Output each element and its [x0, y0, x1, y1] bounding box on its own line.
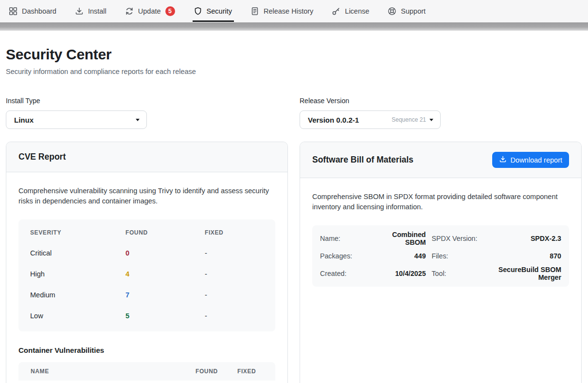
table-row: Created: 10/4/2025 Tool: SecureBuild SBO…	[320, 265, 561, 282]
container-table-header: NAME FOUND FIXED	[18, 362, 275, 381]
info-value: Combined SBOM	[374, 231, 426, 246]
sbom-card-body: Comprehensive SBOM in SPDX format provid…	[300, 178, 581, 299]
cve-card-header: CVE Report	[6, 142, 287, 172]
nav-item-install[interactable]: Install	[75, 0, 107, 22]
name-column-header: NAME	[31, 368, 196, 375]
nav-item-label: Support	[401, 7, 426, 15]
sbom-card-title: Software Bill of Materials	[312, 155, 413, 165]
table-row: Packages: 449 Files: 870	[320, 247, 561, 265]
top-navigation: Dashboard Install Update 5 Security Rele…	[0, 0, 588, 22]
install-type-label: Install Type	[6, 97, 288, 105]
fixed-count: -	[205, 270, 264, 278]
nav-item-security[interactable]: Security	[194, 0, 232, 22]
nav-item-license[interactable]: License	[332, 0, 369, 22]
shield-icon	[194, 7, 202, 16]
header-shadow-strip	[0, 22, 588, 31]
fixed-count: -	[205, 291, 264, 299]
info-value: 449	[374, 252, 426, 260]
chevron-down-icon	[429, 119, 433, 121]
refresh-icon	[125, 7, 134, 16]
release-sequence-label: Sequence 21	[392, 116, 426, 123]
container-vulnerabilities-title: Container Vulnerabilities	[18, 346, 275, 354]
main-content: Security Center Security information and…	[0, 46, 588, 383]
download-report-label: Download report	[511, 156, 562, 164]
severity-column-header: SEVERITY	[30, 229, 125, 236]
filters-row: Install Type Linux Release Version Versi…	[6, 97, 582, 129]
info-label: Name:	[320, 235, 369, 242]
report-cards: CVE Report Comprehensive vulnerability s…	[6, 142, 582, 383]
update-count-badge: 5	[165, 6, 175, 16]
info-label: Files:	[432, 252, 486, 260]
severity-label: Medium	[30, 291, 125, 299]
container-vulnerabilities-table: NAME FOUND FIXED	[18, 362, 275, 381]
severity-table: SEVERITY FOUND FIXED Critical 0 - High 4…	[18, 219, 275, 331]
severity-table-header: SEVERITY FOUND FIXED	[30, 229, 264, 236]
cve-card-title: CVE Report	[18, 152, 66, 162]
cve-description: Comprehensive vulnerability scanning usi…	[18, 186, 275, 207]
download-icon	[499, 155, 507, 164]
found-count: 4	[125, 270, 205, 278]
document-icon	[250, 7, 259, 16]
page-title: Security Center	[6, 46, 582, 63]
nav-item-label: Release History	[264, 7, 313, 15]
install-type-field: Install Type Linux	[6, 97, 288, 129]
info-value: SPDX-2.3	[492, 235, 561, 242]
info-value: SecureBuild SBOM Merger	[492, 266, 561, 281]
table-row: Low 5 -	[30, 312, 264, 320]
nav-item-label: Install	[88, 7, 107, 15]
dashboard-grid-icon	[9, 7, 18, 16]
download-report-button[interactable]: Download report	[492, 152, 569, 168]
nav-item-label: Security	[207, 7, 232, 15]
found-count: 0	[125, 249, 205, 257]
sbom-card-header: Software Bill of Materials Download repo…	[300, 142, 581, 178]
sbom-description: Comprehensive SBOM in SPDX format provid…	[312, 192, 569, 213]
info-value: 870	[492, 252, 561, 260]
release-version-select[interactable]: Version 0.0.2-1 Sequence 21	[300, 110, 441, 129]
fixed-column-header: FIXED	[237, 368, 267, 375]
info-label: SPDX Version:	[432, 235, 486, 242]
chevron-down-icon	[136, 119, 140, 121]
found-count: 5	[125, 312, 205, 320]
nav-item-label: Dashboard	[22, 7, 56, 15]
found-column-header: FOUND	[125, 229, 205, 236]
table-row: Name: Combined SBOM SPDX Version: SPDX-2…	[320, 230, 561, 247]
release-version-label: Release Version	[300, 97, 582, 105]
found-column-header: FOUND	[196, 368, 237, 375]
table-row: Critical 0 -	[30, 249, 264, 257]
info-label: Packages:	[320, 252, 369, 260]
release-version-value: Version 0.0.2-1	[308, 116, 392, 124]
info-value: 10/4/2025	[374, 270, 426, 277]
found-count: 7	[125, 291, 205, 299]
download-icon	[75, 7, 84, 16]
info-label: Tool:	[432, 270, 486, 277]
nav-item-label: License	[345, 7, 369, 15]
info-label: Created:	[320, 270, 369, 277]
install-type-value: Linux	[14, 116, 136, 124]
lifebuoy-icon	[388, 7, 396, 16]
table-row: High 4 -	[30, 270, 264, 278]
sbom-info-table: Name: Combined SBOM SPDX Version: SPDX-2…	[312, 225, 569, 287]
fixed-count: -	[205, 249, 264, 257]
nav-item-release-history[interactable]: Release History	[250, 0, 313, 22]
cve-report-card: CVE Report Comprehensive vulnerability s…	[6, 142, 288, 383]
release-version-field: Release Version Version 0.0.2-1 Sequence…	[300, 97, 582, 129]
cve-card-body: Comprehensive vulnerability scanning usi…	[6, 172, 287, 383]
fixed-column-header: FIXED	[205, 229, 264, 236]
severity-label: Critical	[30, 249, 125, 257]
severity-label: High	[30, 270, 125, 278]
nav-item-dashboard[interactable]: Dashboard	[9, 0, 56, 22]
nav-item-label: Update	[138, 7, 161, 15]
install-type-select[interactable]: Linux	[6, 110, 147, 129]
table-row: Medium 7 -	[30, 291, 264, 299]
sbom-card: Software Bill of Materials Download repo…	[300, 142, 582, 383]
nav-item-support[interactable]: Support	[388, 0, 426, 22]
fixed-count: -	[205, 312, 264, 320]
nav-item-update[interactable]: Update 5	[125, 0, 175, 22]
key-icon	[332, 7, 340, 16]
severity-label: Low	[30, 312, 125, 320]
page-subtitle: Security information and compliance repo…	[6, 68, 582, 75]
